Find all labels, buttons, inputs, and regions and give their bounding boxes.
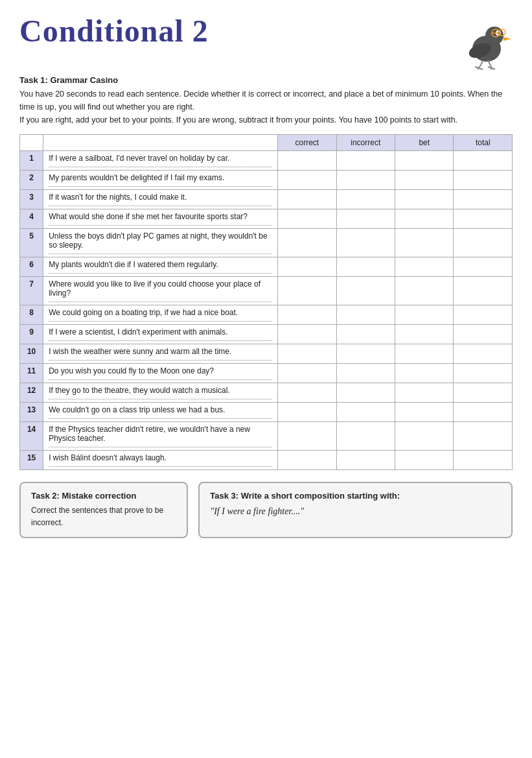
- dotted-line: [49, 167, 272, 167]
- row-number: 15: [20, 451, 43, 470]
- row-number: 14: [20, 422, 43, 451]
- incorrect-cell: [336, 383, 395, 403]
- sentence-cell: If the Physics teacher didn't retire, we…: [43, 422, 278, 451]
- bet-cell: [395, 229, 454, 257]
- correct-cell: [278, 151, 336, 171]
- total-cell: [454, 422, 513, 451]
- sentence-cell: Do you wish you could fly to the Moon on…: [43, 364, 278, 383]
- table-row: 6My plants wouldn't die if I watered the…: [20, 257, 513, 277]
- bet-cell: [395, 171, 454, 190]
- sentence-cell: If I were a sailboat, I'd never travel o…: [43, 151, 278, 171]
- row-number: 7: [20, 277, 43, 305]
- dotted-line: [49, 418, 272, 419]
- sentence-text: Unless the boys didn't play PC games at …: [49, 231, 272, 250]
- incorrect-cell: [336, 277, 395, 305]
- bet-cell: [395, 190, 454, 209]
- sentence-cell: If it wasn't for the nights, I could mak…: [43, 190, 278, 209]
- bet-cell: [395, 383, 454, 403]
- incorrect-cell: [336, 451, 395, 470]
- row-number: 8: [20, 305, 43, 325]
- svg-line-6: [479, 60, 483, 68]
- table-row: 15I wish Bálint doesn't always laugh.: [20, 451, 513, 470]
- total-cell: [454, 344, 513, 364]
- row-number: 11: [20, 364, 43, 383]
- correct-cell: [278, 344, 336, 364]
- row-number: 12: [20, 383, 43, 403]
- bet-cell: [395, 344, 454, 364]
- dotted-line: [49, 379, 272, 380]
- table-row: 3If it wasn't for the nights, I could ma…: [20, 190, 513, 209]
- correct-cell: [278, 229, 336, 257]
- row-number: 1: [20, 151, 43, 171]
- total-cell: [454, 209, 513, 229]
- task1-instructions: You have 20 seconds to read each sentenc…: [19, 88, 513, 126]
- incorrect-cell: [336, 325, 395, 344]
- correct-cell: [278, 364, 336, 383]
- incorrect-cell: [336, 151, 395, 171]
- sentence-cell: If I were a scientist, I didn't experime…: [43, 325, 278, 344]
- sentence-cell: Unless the boys didn't play PC games at …: [43, 229, 278, 257]
- sentence-cell: I wish Bálint doesn't always laugh.: [43, 451, 278, 470]
- task2-title: Task 2: Mistake correction: [31, 491, 176, 501]
- page-title: Conditional 2: [19, 13, 209, 49]
- correct-cell: [278, 383, 336, 403]
- correct-cell: [278, 451, 336, 470]
- row-number: 5: [20, 229, 43, 257]
- incorrect-cell: [336, 422, 395, 451]
- bet-cell: [395, 305, 454, 325]
- table-row: 14If the Physics teacher didn't retire, …: [20, 422, 513, 451]
- sentence-cell: We couldn't go on a class trip unless we…: [43, 403, 278, 422]
- total-cell: [454, 257, 513, 277]
- incorrect-cell: [336, 403, 395, 422]
- table-row: 8We could going on a boating trip, if we…: [20, 305, 513, 325]
- bet-cell: [395, 209, 454, 229]
- dotted-line: [49, 273, 272, 274]
- header-area: Conditional 2: [19, 13, 513, 71]
- dotted-line: [49, 302, 272, 302]
- task3-title: Task 3: Write a short composition starti…: [210, 491, 501, 501]
- sentence-text: If I were a scientist, I didn't experime…: [49, 327, 272, 337]
- task3-box: Task 3: Write a short composition starti…: [198, 482, 513, 538]
- incorrect-cell: [336, 257, 395, 277]
- total-cell: [454, 403, 513, 422]
- bet-cell: [395, 364, 454, 383]
- sentence-cell: I wish the weather were sunny and warm a…: [43, 344, 278, 364]
- table-row: 4What would she done if she met her favo…: [20, 209, 513, 229]
- correct-cell: [278, 277, 336, 305]
- sentence-cell: We could going on a boating trip, if we …: [43, 305, 278, 325]
- correct-cell: [278, 190, 336, 209]
- dotted-line: [49, 206, 272, 206]
- header-incorrect: incorrect: [336, 135, 395, 151]
- dotted-line: [49, 254, 272, 254]
- incorrect-cell: [336, 364, 395, 383]
- sentence-text: If the Physics teacher didn't retire, we…: [49, 425, 272, 443]
- total-cell: [454, 305, 513, 325]
- sentence-text: If they go to the theatre, they would wa…: [49, 386, 272, 395]
- dotted-line: [49, 225, 272, 226]
- main-table: correct incorrect bet total 1If I were a…: [19, 134, 513, 470]
- correct-cell: [278, 305, 336, 325]
- sentence-cell: If they go to the theatre, they would wa…: [43, 383, 278, 403]
- sentence-text: I wish Bálint doesn't always laugh.: [49, 453, 272, 462]
- bet-cell: [395, 277, 454, 305]
- task3-prompt: "If I were a fire fighter....": [210, 506, 304, 516]
- header-total: total: [454, 135, 513, 151]
- table-row: 13We couldn't go on a class trip unless …: [20, 403, 513, 422]
- bet-cell: [395, 403, 454, 422]
- row-number: 9: [20, 325, 43, 344]
- total-cell: [454, 171, 513, 190]
- bird-icon: [454, 13, 513, 71]
- table-row: 7Where would you like to live if you cou…: [20, 277, 513, 305]
- incorrect-cell: [336, 229, 395, 257]
- total-cell: [454, 151, 513, 171]
- task3-body: "If I were a fire fighter....": [210, 504, 501, 519]
- dotted-line: [49, 340, 272, 341]
- dotted-line: [49, 360, 272, 361]
- sentence-text: If I were a sailboat, I'd never travel o…: [49, 154, 272, 163]
- incorrect-cell: [336, 305, 395, 325]
- header-correct: correct: [278, 135, 336, 151]
- incorrect-cell: [336, 344, 395, 364]
- total-cell: [454, 190, 513, 209]
- dotted-line: [49, 447, 272, 447]
- sentence-cell: My plants wouldn't die if I watered them…: [43, 257, 278, 277]
